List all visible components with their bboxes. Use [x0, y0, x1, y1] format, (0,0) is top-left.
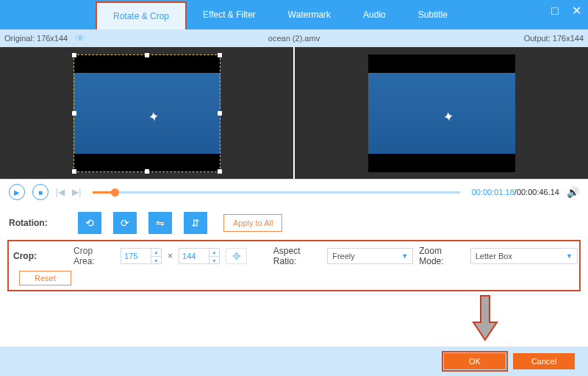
file-info-strip: Original: 176x144 👁 ocean (2).amv Output…: [0, 29, 588, 47]
crop-width-field[interactable]: ▲▼: [121, 248, 162, 264]
rotate-left-icon: ⟲: [85, 217, 94, 229]
crop-label: Crop:: [10, 251, 68, 261]
time-duration: 00:00:46.14: [517, 188, 559, 196]
original-dimensions-label: Original: 176x144: [4, 34, 68, 43]
crop-width-input[interactable]: [121, 252, 151, 260]
time-current: 00:00:01.18: [472, 188, 514, 196]
tab-bar: Rotate & Crop Effect & Filter Watermark …: [0, 0, 588, 29]
flip-vertical-button[interactable]: ⇵: [184, 212, 207, 234]
progress-thumb[interactable]: [111, 188, 119, 196]
bottom-bar: OK Cancel: [0, 347, 588, 376]
aspect-ratio-select[interactable]: Freely ▼: [327, 248, 413, 264]
flip-horizontal-button[interactable]: ⇋: [148, 212, 172, 234]
rotate-right-icon: ⟳: [121, 217, 129, 229]
stop-button[interactable]: ■: [32, 184, 49, 200]
rotation-row: Rotation: ⟲ ⟳ ⇋ ⇵ Apply to All: [0, 205, 588, 240]
crop-height-field[interactable]: ▲▼: [179, 248, 220, 264]
reset-button[interactable]: Reset: [19, 271, 71, 285]
tab-watermark[interactable]: Watermark: [272, 0, 347, 29]
zoom-mode-value: Letter Box: [476, 252, 512, 260]
chevron-down-icon: ▼: [401, 252, 408, 260]
rotation-label: Rotation:: [9, 218, 69, 228]
annotation-arrow-icon: [470, 294, 500, 343]
crop-height-input[interactable]: [179, 252, 209, 260]
apply-to-all-button[interactable]: Apply to All: [223, 214, 282, 232]
center-crop-icon: ✥: [232, 250, 241, 262]
output-frame: ✦: [368, 54, 515, 172]
aspect-ratio-value: Freely: [332, 252, 355, 260]
aspect-ratio-label: Aspect Ratio:: [273, 246, 324, 266]
tab-subtitle[interactable]: Subtitle: [402, 0, 464, 29]
playback-bar: ▶ ■ |◀ ▶| 00:00:01.18/00:00:46.14 🔊: [0, 180, 588, 205]
window-buttons: □ ✕: [551, 6, 582, 16]
dimension-times: ×: [168, 251, 173, 261]
progress-track[interactable]: [93, 191, 459, 194]
height-spin-down-icon[interactable]: ▼: [209, 256, 219, 264]
flip-vertical-icon: ⇵: [191, 217, 200, 229]
original-preview-pane: ✦: [0, 47, 293, 179]
rotate-right-button[interactable]: ⟳: [113, 212, 137, 234]
zoom-mode-select[interactable]: Letter Box ▼: [470, 248, 578, 264]
bird-icon: ✦: [147, 107, 161, 125]
preview-eye-icon[interactable]: 👁: [75, 32, 85, 44]
output-dimensions-label: Output: 176x144: [524, 34, 584, 43]
height-spin-up-icon[interactable]: ▲: [209, 248, 219, 256]
width-spin-down-icon[interactable]: ▼: [151, 256, 161, 264]
volume-icon[interactable]: 🔊: [567, 186, 579, 198]
filename-label: ocean (2).amv: [0, 34, 588, 43]
rotate-left-button[interactable]: ⟲: [78, 212, 101, 234]
preview-area: ✦ ✦: [0, 47, 588, 180]
cancel-button[interactable]: Cancel: [513, 353, 575, 369]
next-frame-button[interactable]: ▶|: [72, 187, 81, 197]
original-frame: ✦: [74, 54, 220, 172]
tab-rotate-crop[interactable]: Rotate & Crop: [96, 1, 187, 29]
maximize-icon[interactable]: □: [551, 6, 562, 16]
output-preview-pane: ✦: [293, 47, 588, 179]
center-crop-button[interactable]: ✥: [226, 248, 247, 264]
ok-button[interactable]: OK: [444, 353, 506, 369]
flip-horizontal-icon: ⇋: [156, 217, 165, 229]
crop-panel: Crop: Crop Area: ▲▼ × ▲▼ ✥ Aspect Ratio:…: [7, 240, 581, 291]
width-spin-up-icon[interactable]: ▲: [151, 248, 161, 256]
chevron-down-icon: ▼: [566, 252, 573, 260]
prev-frame-button[interactable]: |◀: [56, 187, 65, 197]
bird-icon: ✦: [442, 107, 456, 125]
crop-area-label: Crop Area:: [74, 246, 115, 266]
tab-audio[interactable]: Audio: [347, 0, 402, 29]
close-icon[interactable]: ✕: [572, 6, 582, 16]
play-button[interactable]: ▶: [9, 184, 25, 200]
zoom-mode-label: Zoom Mode:: [419, 246, 467, 266]
tab-effect-filter[interactable]: Effect & Filter: [187, 0, 272, 29]
